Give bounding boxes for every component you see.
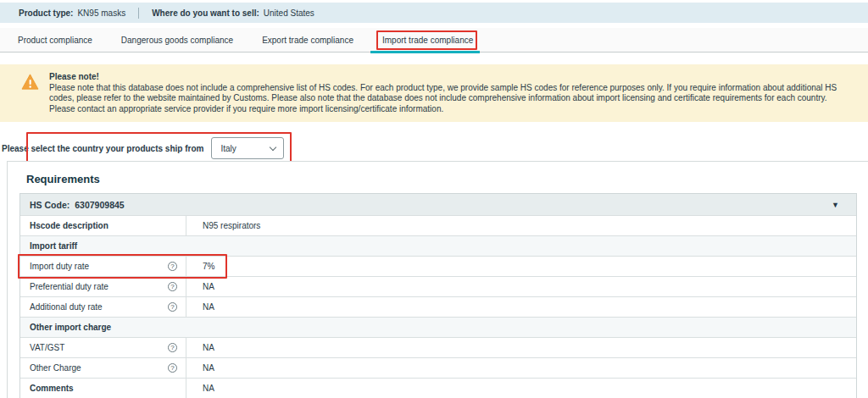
section-label: Import tariff xyxy=(20,236,77,256)
help-icon[interactable]: ? xyxy=(168,262,177,271)
tab-export-trade-compliance[interactable]: Export trade compliance xyxy=(262,36,353,45)
tab-label: Product compliance xyxy=(18,36,92,45)
marketplace-label: Where do you want to sell: xyxy=(152,8,259,18)
row-value: NA xyxy=(186,297,214,317)
section-row: Import tariff xyxy=(20,235,856,256)
row-value: NA xyxy=(186,379,214,398)
tab-label: Import trade compliance xyxy=(382,36,473,45)
notice-body: Please note that this database does not … xyxy=(49,83,841,115)
table-row: Other Charge ? NA xyxy=(20,357,856,378)
context-bar: Product type: KN95 masks Where do you wa… xyxy=(0,3,868,23)
row-label: Preferential duty rate xyxy=(30,282,108,291)
tab-label: Export trade compliance xyxy=(262,36,353,45)
hs-code-header[interactable]: HS Code:6307909845 ▼ xyxy=(20,194,856,215)
table-row: Comments NA xyxy=(20,378,856,398)
row-value: 7% xyxy=(186,257,214,276)
row-value: NA xyxy=(186,358,214,378)
row-label: Import duty rate xyxy=(30,262,89,271)
table-row: Additional duty rate ? NA xyxy=(20,296,856,317)
row-value: NA xyxy=(186,277,214,296)
marketplace-value: United States xyxy=(264,8,314,18)
help-icon[interactable]: ? xyxy=(168,302,177,312)
tab-label: Dangerous goods compliance xyxy=(121,36,233,45)
context-divider xyxy=(138,8,139,19)
warning-triangle-icon xyxy=(21,72,39,122)
hs-code-label: HS Code: xyxy=(30,200,70,210)
hs-code-value: 6307909845 xyxy=(75,200,124,210)
row-label: Other Charge xyxy=(30,363,81,373)
tab-import-trade-compliance[interactable]: Import trade compliance xyxy=(382,36,473,45)
table-row: VAT/GST ? NA xyxy=(20,337,856,357)
tab-dangerous-goods-compliance[interactable]: Dangerous goods compliance xyxy=(121,36,233,45)
active-tab-underline xyxy=(370,51,480,53)
warning-banner: Please note! Please note that this datab… xyxy=(0,64,868,122)
row-label: VAT/GST xyxy=(30,343,64,352)
section-label: Other import charge xyxy=(20,318,111,337)
ship-from-label: Please select the country your products … xyxy=(2,144,203,153)
chevron-down-icon xyxy=(270,143,276,150)
table-row: Import duty rate ? 7% xyxy=(20,256,856,276)
requirements-heading: Requirements xyxy=(26,173,868,185)
help-icon[interactable]: ? xyxy=(168,282,177,291)
requirements-panel: Requirements HS Code:6307909845 ▼ Hscode… xyxy=(7,161,868,398)
table-row: Hscode description N95 respirators xyxy=(20,215,856,235)
requirements-table: HS Code:6307909845 ▼ Hscode description … xyxy=(19,193,857,398)
country-selected-value: Italy xyxy=(220,144,236,153)
table-row: Preferential duty rate ? NA xyxy=(20,276,856,296)
help-icon[interactable]: ? xyxy=(168,343,177,352)
row-label: Comments xyxy=(30,384,74,393)
tab-product-compliance[interactable]: Product compliance xyxy=(18,36,92,45)
country-select[interactable]: Italy xyxy=(211,137,284,159)
product-type-value: KN95 masks xyxy=(77,8,125,18)
row-value: NA xyxy=(186,338,214,357)
help-icon[interactable]: ? xyxy=(168,363,177,373)
row-value: N95 respirators xyxy=(186,216,260,235)
collapse-caret-icon[interactable]: ▼ xyxy=(832,201,839,209)
section-row: Other import charge xyxy=(20,317,856,337)
notice-title: Please note! xyxy=(49,72,841,83)
row-label: Hscode description xyxy=(30,221,108,230)
product-type-label: Product type: xyxy=(19,8,73,18)
tab-bar: Product compliance Dangerous goods compl… xyxy=(0,28,868,53)
row-label: Additional duty rate xyxy=(30,302,103,312)
ship-from-row: Please select the country your products … xyxy=(2,135,284,161)
